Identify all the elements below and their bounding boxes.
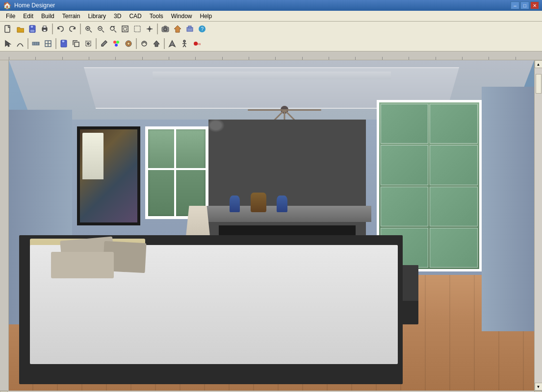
print-button[interactable] xyxy=(39,23,51,35)
svg-rect-16 xyxy=(122,26,128,32)
floor-button[interactable] xyxy=(184,23,196,35)
ruler-tick xyxy=(9,57,35,60)
ruler-tick xyxy=(169,57,195,60)
fan-blade-4 xyxy=(248,109,321,111)
canvas-area[interactable] xyxy=(9,60,534,391)
svg-marker-48 xyxy=(169,41,175,47)
svg-point-42 xyxy=(116,41,119,44)
scroll-down-button[interactable]: ▼ xyxy=(535,383,542,391)
ruler-tick xyxy=(249,57,275,60)
menu-3d[interactable]: 3D xyxy=(110,12,125,21)
svg-line-15 xyxy=(114,30,116,32)
menu-terrain[interactable]: Terrain xyxy=(58,12,84,21)
navigate-tool[interactable] xyxy=(166,38,178,49)
svg-point-45 xyxy=(127,42,130,45)
svg-marker-22 xyxy=(164,26,167,27)
redo-button[interactable] xyxy=(67,23,78,35)
toolbar-1: ? xyxy=(0,22,542,36)
menu-build[interactable]: Build xyxy=(37,12,58,21)
door-pane xyxy=(430,145,478,185)
save2-tool[interactable] xyxy=(58,38,70,49)
vertical-scrollbar: ▲ ▼ xyxy=(534,60,542,391)
ruler-tick xyxy=(462,57,489,60)
menu-cad[interactable]: CAD xyxy=(125,12,145,21)
menu-help[interactable]: Help xyxy=(196,12,216,21)
svg-point-39 xyxy=(87,43,89,45)
minimize-button[interactable]: – xyxy=(511,1,519,9)
window-left xyxy=(145,126,208,219)
left-ruler xyxy=(0,60,9,391)
scroll-up-button[interactable]: ▲ xyxy=(535,60,542,68)
svg-point-19 xyxy=(149,28,151,30)
wall-tool[interactable] xyxy=(30,38,42,49)
color-tool[interactable] xyxy=(110,38,122,49)
separator-5 xyxy=(55,38,56,49)
zoom-in-button[interactable] xyxy=(82,23,94,35)
separator-7 xyxy=(136,38,137,49)
ruler-tick xyxy=(516,57,542,60)
zoom-extend-button[interactable] xyxy=(107,23,119,35)
camera-button[interactable] xyxy=(159,23,171,35)
rec-button[interactable]: REC xyxy=(191,38,203,49)
svg-rect-0 xyxy=(5,25,10,32)
door-pane xyxy=(381,104,429,144)
svg-marker-47 xyxy=(154,41,159,47)
ruler-tick xyxy=(115,57,142,60)
ruler-tick xyxy=(222,57,249,60)
copy-tool[interactable] xyxy=(70,38,82,49)
select-tool[interactable] xyxy=(2,38,14,49)
vase-3 xyxy=(277,196,287,212)
separator-4 xyxy=(27,38,28,49)
open-button[interactable] xyxy=(14,23,26,35)
door-pane xyxy=(430,104,478,144)
ruler-tick xyxy=(409,57,435,60)
svg-rect-2 xyxy=(30,25,33,28)
move-tool[interactable] xyxy=(82,38,94,49)
save-button[interactable] xyxy=(26,23,38,35)
separator-8 xyxy=(164,38,165,49)
menu-edit[interactable]: Edit xyxy=(19,12,37,21)
menu-tools[interactable]: Tools xyxy=(146,12,167,21)
ruler-tick xyxy=(355,57,382,60)
room-tool[interactable] xyxy=(42,38,54,49)
svg-rect-6 xyxy=(43,29,46,31)
svg-point-54 xyxy=(194,42,198,46)
menu-file[interactable]: File xyxy=(2,12,19,21)
vase-1 xyxy=(230,196,240,212)
close-button[interactable]: ✕ xyxy=(530,1,539,9)
zoom-out-button[interactable] xyxy=(95,23,106,35)
scroll-track[interactable] xyxy=(535,68,542,383)
separator-6 xyxy=(96,38,97,49)
maximize-button[interactable]: □ xyxy=(520,1,529,9)
door-pane xyxy=(430,187,478,226)
fireplace-mantle xyxy=(203,206,371,222)
dimension-tool[interactable] xyxy=(138,38,150,49)
walk-tool[interactable] xyxy=(179,38,190,49)
menu-library[interactable]: Library xyxy=(84,12,110,21)
ruler-tick xyxy=(35,57,62,60)
menu-window[interactable]: Window xyxy=(167,12,196,21)
arc-tool[interactable] xyxy=(14,38,26,49)
ruler-tick xyxy=(329,57,355,60)
toolbar-area: ? xyxy=(0,22,542,51)
menu-bar: File Edit Build Terrain Library 3D CAD T… xyxy=(0,11,542,22)
svg-point-43 xyxy=(115,44,118,47)
new-button[interactable] xyxy=(2,23,14,35)
pan-button[interactable] xyxy=(144,23,155,35)
svg-marker-23 xyxy=(174,25,181,32)
house-button[interactable] xyxy=(172,23,183,35)
svg-line-12 xyxy=(102,30,104,32)
pencil-tool[interactable] xyxy=(98,38,110,49)
up-arrow-tool[interactable] xyxy=(151,38,162,49)
undo-button[interactable] xyxy=(54,23,66,35)
svg-point-49 xyxy=(183,40,185,42)
svg-line-8 xyxy=(90,30,92,32)
material-tool[interactable] xyxy=(123,38,134,49)
scroll-thumb[interactable] xyxy=(536,74,542,94)
svg-rect-18 xyxy=(134,26,140,32)
vase-2 xyxy=(251,193,266,212)
pillow-3 xyxy=(51,252,114,278)
select-button[interactable] xyxy=(131,23,143,35)
question-button[interactable]: ? xyxy=(196,23,208,35)
fit-button[interactable] xyxy=(119,23,131,35)
